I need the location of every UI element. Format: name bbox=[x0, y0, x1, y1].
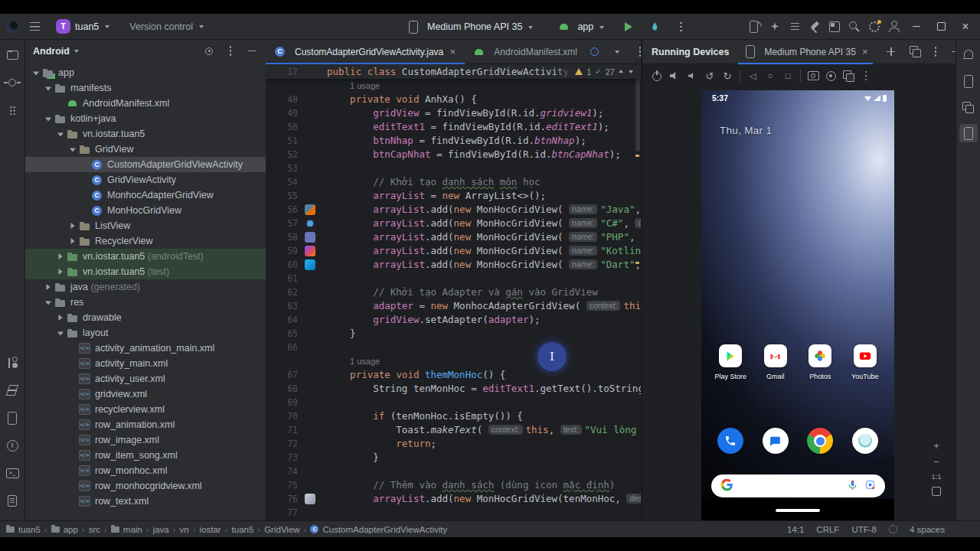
code-line[interactable]: 51 btnNhap = findViewById(R.id.btnNhap); bbox=[266, 134, 641, 148]
tree-item-vn-iostar-tuan5-androidtest[interactable]: vn.iostar.tuan5 (androidTest) bbox=[25, 249, 266, 264]
code-line[interactable]: 63 adapter = new MonhocAdapterGridView( … bbox=[266, 299, 641, 313]
code-line[interactable]: 61 bbox=[266, 272, 641, 285]
res-kotlin-icon[interactable] bbox=[305, 246, 315, 256]
tree-item-row-item-song-xml[interactable]: row_item_song.xml bbox=[25, 448, 266, 463]
tree-item-row-monhoc-xml[interactable]: row_monhoc.xml bbox=[25, 463, 266, 478]
breadcrumb-customadaptergridviewactivity[interactable]: CustomAdapterGridViewActivity bbox=[310, 525, 447, 534]
tree-item-gridviewactivity[interactable]: GridViewActivity bbox=[25, 172, 266, 187]
code-line[interactable]: 50 editText1 = findViewById(R.id.editTex… bbox=[266, 120, 641, 134]
overview-icon[interactable] bbox=[779, 67, 796, 84]
code-line[interactable]: 67 private void themMonHoc() { bbox=[266, 368, 641, 382]
more-actions-icon[interactable] bbox=[671, 18, 690, 36]
usages-hint[interactable]: 1 usage bbox=[350, 357, 380, 366]
device-streaming-icon[interactable] bbox=[746, 18, 764, 36]
profile-icon[interactable] bbox=[885, 18, 903, 36]
code-line[interactable]: 60 arrayList.add(new MonHocGridView( nam… bbox=[266, 258, 641, 272]
tree-item-activity-main-xml[interactable]: activity_main.xml bbox=[25, 356, 266, 371]
back-icon[interactable] bbox=[744, 67, 761, 84]
layers-icon[interactable] bbox=[959, 98, 978, 116]
tree-item-monhocadaptergridview[interactable]: MonhocAdapterGridView bbox=[25, 187, 266, 203]
close-button[interactable] bbox=[954, 15, 977, 38]
dock-phone[interactable] bbox=[708, 428, 753, 454]
code-line[interactable]: 62 // Khởi tạo Adapter và gán vào GridVi… bbox=[266, 285, 641, 299]
close-icon[interactable] bbox=[448, 47, 457, 57]
tree-item-row-monhocgridview-xml[interactable]: row_monhocgridview.xml bbox=[25, 478, 266, 494]
home-icon[interactable] bbox=[762, 67, 779, 84]
file-encoding[interactable]: UTF-8 bbox=[851, 525, 877, 534]
build-variants-icon[interactable] bbox=[3, 381, 21, 399]
code-line[interactable]: 59 arrayList.add(new MonHocGridView( nam… bbox=[266, 244, 641, 258]
line-ending[interactable]: CRLF bbox=[816, 525, 839, 534]
code-line[interactable]: 58 arrayList.add(new MonHocGridView( nam… bbox=[266, 230, 641, 244]
zoom-in-button[interactable]: + bbox=[929, 439, 944, 452]
gemini-icon[interactable] bbox=[766, 18, 784, 36]
tree-item-vn-iostar-tuan5[interactable]: vn.iostar.tuan5 bbox=[25, 126, 266, 142]
breadcrumb-src[interactable]: src bbox=[89, 525, 100, 534]
tab-customadaptergridviewactivity-java[interactable]: CustomAdapterGridViewActivity.java bbox=[266, 40, 465, 64]
tree-item-gridview-xml[interactable]: gridview.xml bbox=[25, 386, 266, 402]
breadcrumb-vn[interactable]: vn bbox=[180, 525, 189, 534]
chevron-right-icon[interactable] bbox=[54, 249, 66, 264]
chevron-right-icon[interactable] bbox=[67, 233, 78, 249]
tree-item-kotlin-java[interactable]: kotlin+java bbox=[25, 111, 266, 126]
chevron-right-icon[interactable] bbox=[54, 310, 66, 325]
tree-item-row-text-xml[interactable]: row_text.xml bbox=[25, 494, 266, 509]
locate-file-icon[interactable] bbox=[200, 42, 218, 60]
project-view-selector[interactable]: Android bbox=[33, 46, 70, 57]
code-line[interactable]: 49 gridView = findViewById(R.id.gridview… bbox=[266, 106, 641, 120]
res-dart-icon[interactable] bbox=[305, 259, 315, 270]
code-editor[interactable]: 1 usage48 private void AnhXa() {49 gridV… bbox=[266, 79, 641, 520]
app-play-store[interactable]: Play Store bbox=[708, 344, 753, 380]
code-line[interactable]: 72 return; bbox=[266, 437, 641, 451]
sticky-header-line[interactable]: 17 public class CustomAdapterGridViewAct… bbox=[266, 64, 641, 79]
chevron-down-icon[interactable] bbox=[30, 65, 41, 80]
maximize-button[interactable] bbox=[929, 15, 952, 38]
dock-camera[interactable] bbox=[843, 428, 888, 454]
tree-item-row-animation-xml[interactable]: row_animation.xml bbox=[25, 417, 266, 432]
chevron-down-icon[interactable] bbox=[613, 48, 621, 56]
tree-item-activity-user-xml[interactable]: activity_user.xml bbox=[25, 371, 266, 386]
hide-panel-icon[interactable] bbox=[243, 42, 261, 60]
date-widget[interactable]: Thu, Mar 1 bbox=[720, 125, 772, 136]
panel-options-icon[interactable] bbox=[926, 43, 945, 61]
power-icon[interactable] bbox=[648, 67, 665, 84]
problems-icon[interactable] bbox=[3, 436, 21, 455]
running-devices-icon[interactable] bbox=[959, 124, 978, 142]
volume-down-icon[interactable] bbox=[684, 67, 701, 84]
breadcrumb-main[interactable]: main bbox=[111, 525, 142, 534]
app-photos[interactable]: Photos bbox=[798, 344, 843, 380]
breadcrumb-gridview[interactable]: GridView bbox=[264, 525, 299, 534]
project-widget[interactable]: T tuan5 bbox=[50, 17, 117, 37]
project-icon[interactable] bbox=[3, 46, 21, 64]
rotate-left-icon[interactable] bbox=[701, 67, 718, 84]
rotate-right-icon[interactable] bbox=[719, 67, 736, 84]
dock-messages[interactable] bbox=[753, 428, 799, 454]
circle-indicator-icon[interactable] bbox=[585, 43, 603, 61]
home-gesture-pill[interactable] bbox=[776, 509, 820, 512]
run-button[interactable] bbox=[619, 18, 638, 36]
tree-item-vn-iostar-tuan5-test[interactable]: vn.iostar.tuan5 (test) bbox=[25, 264, 266, 279]
profiler-button[interactable] bbox=[645, 18, 664, 36]
tree-item-row-image-xml[interactable]: row_image.xml bbox=[25, 432, 266, 448]
kebab-icon[interactable] bbox=[858, 67, 874, 84]
minimize-button[interactable] bbox=[905, 15, 928, 38]
chevron-down-icon[interactable] bbox=[54, 126, 66, 142]
code-line[interactable]: 66 bbox=[266, 341, 641, 354]
code-line[interactable]: 68 String tenMonHoc = editText1.getText(… bbox=[266, 382, 641, 396]
breadcrumb-app[interactable]: app bbox=[51, 525, 78, 534]
chevron-down-icon[interactable] bbox=[54, 325, 66, 341]
code-line[interactable]: 71 Toast.makeText( context:this, text:"V… bbox=[266, 423, 641, 437]
logcat-icon[interactable] bbox=[3, 491, 21, 510]
caret-position[interactable]: 14:1 bbox=[787, 525, 804, 534]
record-icon[interactable] bbox=[822, 67, 839, 84]
code-line[interactable]: 56 arrayList.add(new MonHocGridView( nam… bbox=[266, 203, 641, 217]
search-icon[interactable] bbox=[845, 18, 864, 36]
chevron-down-icon[interactable] bbox=[42, 295, 54, 310]
next-problem-icon[interactable] bbox=[627, 68, 635, 76]
inspections-widget[interactable]: 1 ✓ 27 bbox=[555, 64, 641, 79]
usages-hint[interactable]: 1 usage bbox=[350, 81, 380, 90]
code-line[interactable]: 77 bbox=[266, 506, 641, 520]
tree-item-gridview[interactable]: GridView bbox=[25, 142, 266, 157]
tree-item-drawable[interactable]: drawable bbox=[25, 310, 266, 325]
google-search-bar[interactable] bbox=[711, 474, 885, 497]
